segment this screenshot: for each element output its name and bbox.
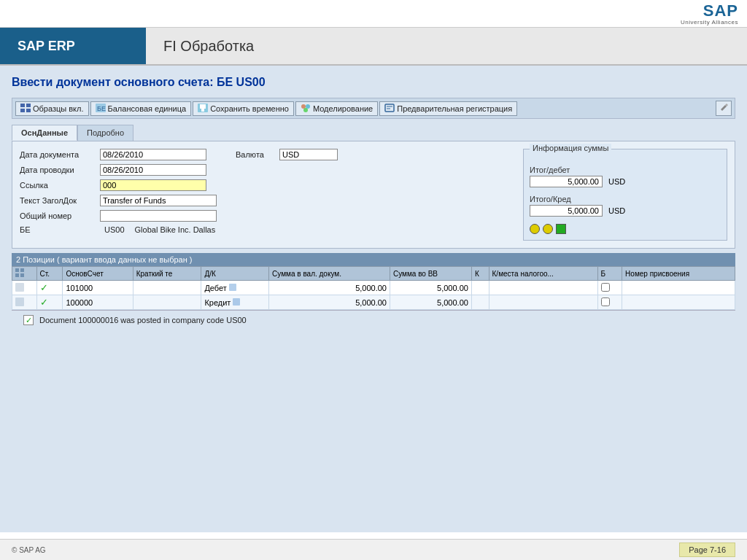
sum-info-title: Информация суммы xyxy=(530,144,611,152)
green-indicator xyxy=(556,224,566,234)
row2-num xyxy=(622,295,735,310)
save-icon xyxy=(198,104,208,114)
form-panel: Дата документа Валюта Дата проводки Ссыл… xyxy=(12,141,735,249)
samples-button[interactable]: Образцы вкл. xyxy=(15,101,89,116)
currency-input[interactable] xyxy=(279,149,338,160)
svg-rect-8 xyxy=(201,109,204,112)
toolbar: Образцы вкл. БЕ Балансовая единица Сохра… xyxy=(12,98,735,119)
svg-rect-2 xyxy=(20,109,25,112)
svg-rect-22 xyxy=(233,298,240,306)
header-text-input[interactable] xyxy=(100,195,217,206)
col-num: Номер присвоения xyxy=(622,267,735,281)
indicators xyxy=(530,224,721,234)
date-doc-input[interactable] xyxy=(100,149,206,160)
table-row: ✓ 101000 Дебет 5,000.00 5,000.00 xyxy=(12,281,735,295)
be-code: US00 xyxy=(104,225,125,234)
main-content: Ввести документ основного счета: БЕ US00… xyxy=(0,66,747,532)
row2-b xyxy=(597,295,622,310)
svg-point-11 xyxy=(303,108,308,112)
status-text: Document 100000016 was posted in company… xyxy=(39,316,247,324)
row1-b xyxy=(597,281,622,295)
debit-input-row: USD xyxy=(530,176,721,187)
col-k: К xyxy=(471,267,489,281)
row1-num xyxy=(622,281,735,295)
ref-row: Ссылка xyxy=(20,179,514,191)
col-dk: Д/К xyxy=(201,267,269,281)
reg-icon xyxy=(384,104,395,114)
svg-rect-15 xyxy=(15,268,19,272)
row1-k xyxy=(471,281,489,295)
svg-rect-18 xyxy=(20,273,24,277)
save-temp-label: Сохранить временно xyxy=(210,104,289,113)
col-st: Ст. xyxy=(36,267,63,281)
be-row: БЕ US00 Global Bike Inc. Dallas xyxy=(20,225,514,234)
date-posting-row: Дата проводки xyxy=(20,164,514,176)
sap-logo-area: SAP University Alliances xyxy=(681,3,738,26)
row2-checkbox[interactable] xyxy=(601,298,610,306)
row2-icon xyxy=(12,295,37,310)
svg-rect-7 xyxy=(200,104,206,109)
model-button[interactable]: Моделирование xyxy=(295,101,378,116)
col-short: Краткий те xyxy=(133,267,201,281)
date-posting-input[interactable] xyxy=(100,164,206,176)
tab-osndata[interactable]: ОснДанные xyxy=(12,125,77,141)
page-module-title: FI Обработка xyxy=(146,38,254,55)
status-bar: ✓ Document 100000016 was posted in compa… xyxy=(12,310,735,330)
row1-dk: Дебет xyxy=(201,281,269,295)
footer: © SAP AG Page 7-16 xyxy=(0,539,747,560)
table-row: ✓ 100000 Кредит 5,000.00 5,000.00 xyxy=(12,295,735,310)
pencil-icon[interactable] xyxy=(716,101,732,116)
yellow-indicator-2 xyxy=(543,224,553,234)
svg-rect-0 xyxy=(20,104,25,107)
sum-info-panel: Информация суммы Итог/дебет USD Итого/Кр… xyxy=(523,149,727,241)
svg-rect-16 xyxy=(20,268,24,272)
date-doc-label: Дата документа xyxy=(20,150,100,159)
svg-rect-19 xyxy=(15,283,24,292)
row2-account: 100000 xyxy=(63,295,133,310)
sap-logo: SAP xyxy=(703,3,738,19)
row2-sum-doc: 5,000.00 xyxy=(269,295,390,310)
copyright-text: © SAP AG xyxy=(12,546,46,554)
sap-erp-label: SAP ERP xyxy=(0,28,146,64)
row1-checkbox[interactable] xyxy=(601,283,610,292)
svg-rect-17 xyxy=(15,273,19,277)
status-check-box: ✓ xyxy=(23,315,34,325)
page-number: Page 7-16 xyxy=(679,542,735,557)
row2-k xyxy=(471,295,489,310)
grid-icon xyxy=(20,104,31,114)
data-table: Ст. ОсновСчет Краткий те Д/К Сумма в вал… xyxy=(12,266,735,310)
general-num-input[interactable] xyxy=(100,210,217,222)
row2-short xyxy=(133,295,201,310)
svg-rect-20 xyxy=(229,284,236,291)
tab-podrobno[interactable]: Подробно xyxy=(77,125,133,141)
table-section: 2 Позиции ( вариант ввода данных не выбр… xyxy=(12,253,735,310)
tab-area: ОснДанные Подробно xyxy=(12,125,735,141)
row1-sum-doc: 5,000.00 xyxy=(269,281,390,295)
page-heading: Ввести документ основного счета: БЕ US00 xyxy=(12,73,735,92)
credit-input[interactable] xyxy=(530,205,603,217)
top-bar: SAP University Alliances xyxy=(0,0,747,28)
ref-input[interactable] xyxy=(100,179,206,191)
row1-account: 101000 xyxy=(63,281,133,295)
save-temp-button[interactable]: Сохранить временно xyxy=(193,101,294,116)
svg-point-9 xyxy=(301,104,306,109)
general-num-row: Общий номер xyxy=(20,210,514,222)
table-header-bar: 2 Позиции ( вариант ввода данных не выбр… xyxy=(12,253,735,266)
date-doc-row: Дата документа Валюта xyxy=(20,149,514,160)
sap-sub: University Alliances xyxy=(681,19,738,26)
debit-currency: USD xyxy=(608,177,625,186)
currency-label: Валюта xyxy=(236,150,279,159)
date-posting-label: Дата проводки xyxy=(20,166,100,174)
prereg-button[interactable]: Предварительная регистрация xyxy=(379,101,517,116)
yellow-indicator xyxy=(530,224,540,234)
balance-button[interactable]: БЕ Балансовая единица xyxy=(90,101,192,116)
credit-currency: USD xyxy=(608,206,625,215)
svg-rect-21 xyxy=(15,298,24,306)
be-label: БЕ xyxy=(20,225,100,234)
debit-input[interactable] xyxy=(530,176,603,187)
row1-sum-bb: 5,000.00 xyxy=(390,281,471,295)
samples-label: Образцы вкл. xyxy=(33,104,84,113)
col-tax: К/места налогоо... xyxy=(489,267,597,281)
row1-tax xyxy=(489,281,597,295)
col-icon xyxy=(12,267,37,281)
